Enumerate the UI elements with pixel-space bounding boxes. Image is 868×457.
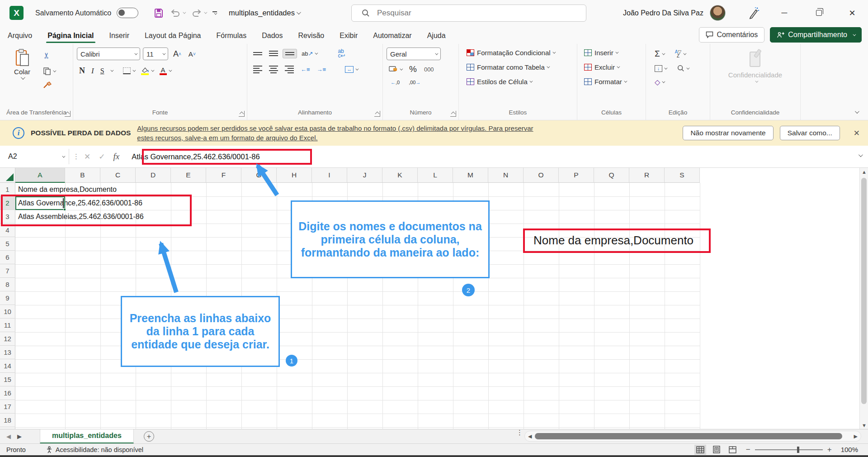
- avatar[interactable]: [710, 5, 726, 21]
- vertical-scroll-thumb[interactable]: [861, 178, 867, 404]
- scroll-right-arrow[interactable]: ▶: [854, 433, 858, 439]
- orientation-button[interactable]: ab↗: [299, 49, 319, 58]
- redo-button[interactable]: [191, 9, 206, 17]
- font-color-button[interactable]: A: [157, 66, 173, 76]
- add-sheet-button[interactable]: +: [144, 431, 154, 442]
- customize-toolbar-button[interactable]: [212, 11, 217, 15]
- workbook-title[interactable]: multiplas_entidades: [229, 9, 300, 17]
- dont-show-again-button[interactable]: Não mostrar novamente: [683, 126, 773, 140]
- decrease-font-button[interactable]: A˅: [186, 49, 198, 59]
- scroll-left-arrow[interactable]: ◀: [528, 433, 532, 439]
- merge-center-button[interactable]: ↔: [343, 65, 360, 74]
- tab-exibir[interactable]: Exibir: [332, 28, 365, 44]
- horizontal-scroll-thumb[interactable]: [535, 433, 842, 439]
- fill-button[interactable]: ↓: [652, 63, 669, 73]
- close-warning-button[interactable]: ✕: [854, 129, 860, 138]
- cut-button[interactable]: ✂: [41, 49, 57, 62]
- zoom-slider[interactable]: [755, 449, 823, 450]
- page-layout-view-button[interactable]: [711, 445, 722, 455]
- insert-cells-button[interactable]: Inserir: [582, 48, 642, 58]
- warning-message-link[interactable]: Alguns recursos podem ser perdidos se vo…: [137, 124, 683, 143]
- tab-arquivo[interactable]: Arquivo: [0, 28, 40, 44]
- row-header-6[interactable]: 6: [0, 251, 15, 264]
- row-header-16[interactable]: 16: [0, 386, 15, 400]
- column-header-N[interactable]: N: [488, 168, 524, 183]
- row-header-14[interactable]: 14: [0, 359, 15, 373]
- increase-font-button[interactable]: A˄: [171, 48, 184, 60]
- dialog-launcher-icon[interactable]: [450, 111, 456, 117]
- column-header-D[interactable]: D: [136, 168, 171, 183]
- copy-button[interactable]: [41, 66, 57, 76]
- tab-layout-da-pagina[interactable]: Layout da Página: [137, 28, 209, 44]
- column-header-P[interactable]: P: [559, 168, 594, 183]
- column-header-E[interactable]: E: [171, 168, 206, 183]
- row-header-9[interactable]: 9: [0, 291, 15, 305]
- decrease-indent-button[interactable]: ←≡: [298, 65, 312, 74]
- dialog-launcher-icon[interactable]: [239, 111, 245, 117]
- tab-ajuda[interactable]: Ajuda: [420, 28, 453, 44]
- scroll-up-arrow[interactable]: ▲: [862, 169, 867, 175]
- confirm-entry-button[interactable]: ✓: [99, 152, 105, 162]
- font-size-select[interactable]: 11: [143, 48, 168, 60]
- italic-button[interactable]: I: [89, 65, 96, 77]
- normal-view-button[interactable]: [694, 445, 706, 455]
- close-button[interactable]: ✕: [842, 0, 863, 26]
- editor-pen-button[interactable]: [746, 6, 760, 22]
- thousands-separator-button[interactable]: 000: [422, 65, 436, 74]
- row-header-10[interactable]: 10: [0, 305, 15, 319]
- row-header-13[interactable]: 13: [0, 346, 15, 359]
- minimize-button[interactable]: ─: [774, 0, 795, 26]
- collapse-ribbon-button[interactable]: [855, 109, 859, 114]
- name-box[interactable]: A2: [4, 149, 69, 164]
- underline-button[interactable]: S: [98, 66, 107, 76]
- row-header-12[interactable]: 12: [0, 332, 15, 346]
- increase-decimal-button[interactable]: ←,0: [388, 78, 402, 86]
- tab-automatizar[interactable]: Automatizar: [365, 28, 419, 44]
- tab-formulas[interactable]: Fórmulas: [209, 28, 255, 44]
- find-select-button[interactable]: [675, 63, 691, 73]
- fill-color-button[interactable]: [139, 65, 156, 76]
- row-header-5[interactable]: 5: [0, 237, 15, 251]
- align-center-button[interactable]: [267, 63, 280, 76]
- column-header-H[interactable]: H: [277, 168, 312, 183]
- tab-inserir[interactable]: Inserir: [102, 28, 137, 44]
- next-sheet-button[interactable]: ▶: [17, 433, 22, 440]
- accounting-format-button[interactable]: [387, 64, 404, 74]
- undo-button[interactable]: [170, 9, 185, 17]
- row-header-11[interactable]: 11: [0, 319, 15, 332]
- tab-dados[interactable]: Dados: [254, 28, 290, 44]
- cell-styles-button[interactable]: Estilos de Célula: [464, 76, 573, 87]
- align-middle-button[interactable]: [267, 48, 280, 59]
- column-header-Q[interactable]: Q: [594, 168, 629, 183]
- align-right-button[interactable]: [283, 63, 296, 76]
- share-button[interactable]: Compartilhamento: [770, 27, 862, 43]
- column-header-G[interactable]: G: [241, 168, 277, 183]
- expand-formula-bar-button[interactable]: [859, 152, 863, 157]
- number-format-select[interactable]: Geral: [387, 48, 441, 60]
- column-header-M[interactable]: M: [453, 168, 488, 183]
- align-bottom-button[interactable]: [283, 49, 297, 58]
- column-header-J[interactable]: J: [347, 168, 382, 183]
- save-button[interactable]: [154, 8, 164, 18]
- format-painter-button[interactable]: [41, 80, 57, 90]
- format-cells-button[interactable]: Formatar: [582, 76, 642, 87]
- column-header-K[interactable]: K: [382, 168, 418, 183]
- column-header-F[interactable]: F: [206, 168, 241, 183]
- row-header-7[interactable]: 7: [0, 264, 15, 278]
- align-top-button[interactable]: [251, 49, 264, 58]
- prev-sheet-button[interactable]: ◀: [6, 433, 11, 440]
- percent-button[interactable]: %: [407, 63, 419, 76]
- decrease-decimal-button[interactable]: ,00→: [406, 78, 423, 86]
- paste-button[interactable]: Colar: [8, 48, 36, 108]
- splitter-handle[interactable]: ⋮: [516, 431, 522, 434]
- clear-button[interactable]: ◇: [652, 76, 666, 88]
- conditional-formatting-button[interactable]: Formatação Condicional: [464, 48, 573, 58]
- row-header-18[interactable]: 18: [0, 414, 15, 427]
- vertical-scrollbar[interactable]: ▲ ▼: [859, 168, 868, 429]
- column-header-B[interactable]: B: [65, 168, 100, 183]
- select-all-corner[interactable]: [0, 168, 15, 183]
- zoom-out-button[interactable]: −: [746, 445, 750, 454]
- tab-pagina-inicial[interactable]: Página Inicial: [40, 28, 101, 44]
- column-header-S[interactable]: S: [665, 168, 700, 183]
- save-as-button[interactable]: Salvar como...: [780, 126, 840, 140]
